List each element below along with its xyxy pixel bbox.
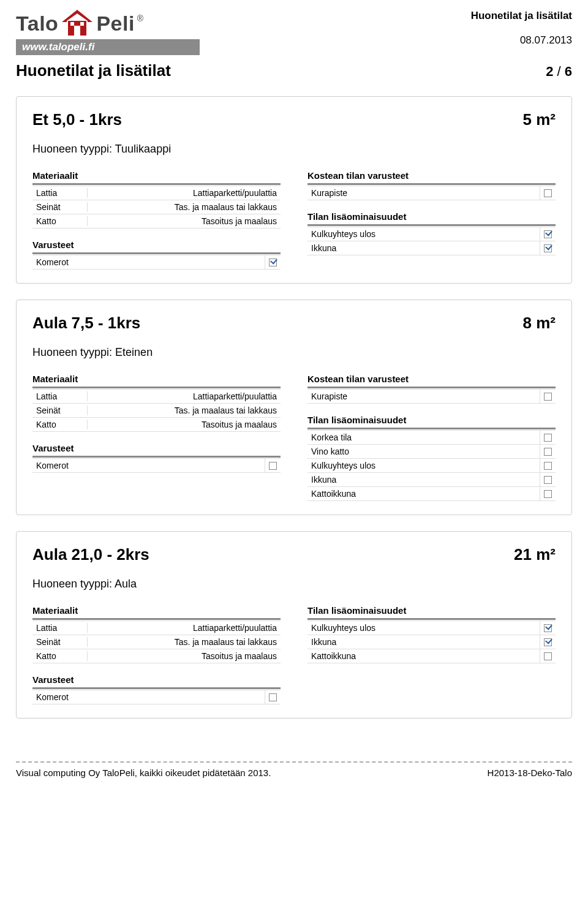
material-label: Lattia [32,623,88,633]
material-row: LattiaLattiaparketti/puulattia [32,186,281,200]
checkbox[interactable] [544,189,552,197]
option-row: Kulkuyhteys ulos [307,227,556,241]
section-heading: Tilan lisäominaisuudet [307,211,556,222]
material-label: Katto [32,651,88,661]
material-value: Lattiaparketti/puulattia [88,623,281,633]
checkbox[interactable] [269,462,277,470]
option-row: Vino katto [307,444,556,459]
option-label: Korkea tila [307,432,540,442]
section-heading: Varusteet [32,240,281,250]
room-name: Aula 21,0 - 2krs [32,545,149,564]
material-label: Katto [32,420,88,429]
left-column: MateriaalitLattiaLattiaparketti/puulatti… [32,374,281,501]
option-label: Komerot [32,692,265,702]
house-icon [61,10,94,37]
material-row: KattoTasoitus ja maalaus [32,417,281,432]
material-row: LattiaLattiaparketti/puulattia [32,621,281,635]
option-label: Kurapiste [307,391,540,401]
room-area: 8 m² [523,314,556,333]
material-value: Tasoitus ja maalaus [88,651,281,661]
room-card: Et 5,0 - 1krs5 m²Huoneen tyyppi: Tuulika… [16,96,572,284]
section-heading: Varusteet [32,674,281,685]
option-label: Ikkuna [307,243,540,253]
checkbox[interactable] [544,476,552,484]
material-row: KattoTasoitus ja maalaus [32,214,281,228]
material-value: Tas. ja maalaus tai lakkaus [88,637,281,647]
option-row: Kulkuyhteys ulos [307,458,556,473]
option-label: Kurapiste [307,188,540,198]
room-area: 5 m² [523,110,556,129]
checkbox[interactable] [544,448,552,456]
logo: Talo Peli ® [16,10,200,37]
checkbox[interactable] [544,244,552,252]
material-label: Lattia [32,391,88,401]
brand-right: Peli [96,12,134,36]
option-row: Ikkuna [307,472,556,487]
room-type: Huoneen tyyppi: Aula [32,578,556,591]
option-row: Komerot [32,690,281,704]
checkbox[interactable] [544,434,552,442]
checkbox[interactable] [544,393,552,401]
material-label: Seinät [32,202,88,212]
option-label: Kattoikkuna [307,651,540,661]
material-row: LattiaLattiaparketti/puulattia [32,389,281,404]
footer-left: Visual computing Oy TaloPeli, kaikki oik… [16,768,271,778]
material-label: Seinät [32,406,88,415]
section-heading: Materiaalit [32,605,281,616]
option-row: Kurapiste [307,186,556,200]
option-label: Kulkuyhteys ulos [307,229,540,239]
checkbox[interactable] [544,230,552,238]
option-label: Kulkuyhteys ulos [307,461,540,470]
material-label: Lattia [32,188,88,198]
material-value: Tasoitus ja maalaus [88,420,281,429]
material-value: Tas. ja maalaus tai lakkaus [88,406,281,415]
section-heading: Kostean tilan varusteet [307,374,556,384]
section-heading: Tilan lisäominaisuudet [307,605,556,616]
option-row: Ikkuna [307,241,556,255]
room-type: Huoneen tyyppi: Eteinen [32,346,556,359]
room-type: Huoneen tyyppi: Tuulikaappi [32,143,556,156]
url-bar: www.talopeli.fi [16,39,200,55]
header-title: Huonetilat ja lisätilat [471,10,572,22]
left-column: MateriaalitLattiaLattiaparketti/puulatti… [32,170,281,270]
header-date: 08.07.2013 [471,34,572,47]
checkbox[interactable] [544,638,552,646]
option-label: Komerot [32,257,265,267]
option-label: Vino katto [307,447,540,456]
option-label: Ikkuna [307,475,540,485]
checkbox[interactable] [269,693,277,701]
right-column: Tilan lisäominaisuudetKulkuyhteys ulosIk… [307,605,556,704]
checkbox[interactable] [544,652,552,660]
svg-rect-2 [74,26,80,36]
checkbox[interactable] [544,624,552,632]
reg-mark: ® [137,13,143,23]
checkbox[interactable] [544,462,552,470]
right-column: Kostean tilan varusteetKurapisteTilan li… [307,374,556,501]
section-heading: Materiaalit [32,374,281,384]
checkbox[interactable] [544,490,552,498]
option-row: Kulkuyhteys ulos [307,621,556,635]
material-value: Lattiaparketti/puulattia [88,391,281,401]
option-label: Ikkuna [307,637,540,647]
room-area: 21 m² [514,545,556,564]
material-row: KattoTasoitus ja maalaus [32,649,281,663]
room-card: Aula 21,0 - 2krs21 m²Huoneen tyyppi: Aul… [16,531,572,719]
checkbox[interactable] [269,258,277,266]
option-row: Komerot [32,458,281,473]
material-value: Tas. ja maalaus tai lakkaus [88,202,281,212]
option-row: Kattoikkuna [307,486,556,501]
material-label: Katto [32,216,88,226]
material-value: Lattiaparketti/puulattia [88,188,281,198]
material-label: Seinät [32,637,88,647]
material-row: SeinätTas. ja maalaus tai lakkaus [32,403,281,418]
svg-rect-4 [80,22,84,26]
right-column: Kostean tilan varusteetKurapisteTilan li… [307,170,556,270]
option-row: Kurapiste [307,389,556,404]
page-number: 2 / 6 [546,64,572,80]
room-name: Aula 7,5 - 1krs [32,314,140,333]
svg-rect-3 [70,22,74,26]
left-column: MateriaalitLattiaLattiaparketti/puulatti… [32,605,281,704]
material-value: Tasoitus ja maalaus [88,216,281,226]
option-row: Ikkuna [307,635,556,649]
section-heading: Kostean tilan varusteet [307,170,556,181]
